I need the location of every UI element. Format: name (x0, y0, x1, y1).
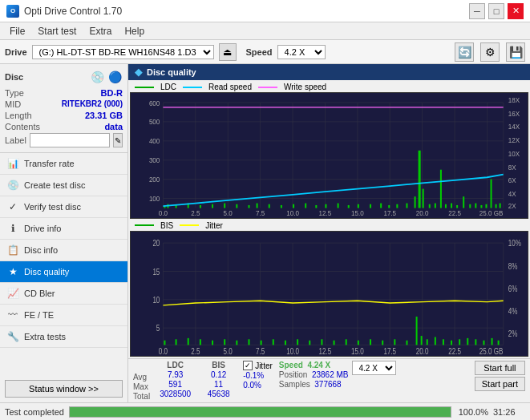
drive-select[interactable]: (G:) HL-DT-ST BD-RE WH16NS48 1.D3 (32, 45, 214, 59)
sidebar-item-drive-info[interactable]: ℹ Drive info (0, 218, 127, 240)
svg-rect-141 (370, 339, 371, 345)
transfer-rate-icon: 📊 (6, 157, 19, 170)
svg-text:6X: 6X (508, 176, 516, 185)
drive-bar: Drive (G:) HL-DT-ST BD-RE WH16NS48 1.D3 … (0, 40, 530, 64)
refresh-button[interactable]: 🔄 (455, 42, 474, 62)
stats-footer: Avg Max Total LDC 7.93 591 3028500 BIS 0… (128, 358, 530, 402)
svg-rect-132 (261, 340, 262, 345)
start-part-button[interactable]: Start part (475, 377, 525, 391)
disc-label-row: Label ✎ (5, 133, 123, 147)
svg-rect-133 (273, 339, 274, 345)
svg-text:20.0: 20.0 (416, 345, 429, 356)
svg-rect-62 (348, 205, 350, 208)
svg-text:17.5: 17.5 (383, 345, 396, 356)
svg-rect-58 (305, 204, 306, 208)
disc-icon-2: 🔵 (107, 69, 123, 85)
settings-button[interactable]: ⚙ (480, 42, 500, 62)
maximize-button[interactable]: □ (488, 3, 504, 19)
type-label: Type (5, 88, 24, 98)
svg-text:12X: 12X (508, 136, 520, 145)
svg-rect-67 (396, 204, 398, 208)
jitter-avg: -0.1% (243, 371, 273, 380)
menu-file[interactable]: File (3, 24, 31, 38)
close-button[interactable]: ✕ (508, 3, 524, 19)
drive-label: Drive (5, 47, 27, 57)
menu-bar: File Start test Extra Help (0, 22, 530, 40)
svg-rect-52 (236, 204, 237, 208)
svg-rect-145 (416, 317, 418, 345)
svg-text:500: 500 (149, 118, 160, 127)
length-value: 23.31 GB (85, 111, 123, 120)
minimize-button[interactable]: ─ (469, 3, 485, 19)
chart-header: ◆ Disc quality (128, 64, 530, 80)
app-icon: O (6, 5, 19, 18)
write-legend-color (258, 87, 277, 88)
extra-tests-icon: 🔧 (6, 330, 19, 343)
sidebar-item-create-test-disc[interactable]: 💿 Create test disc (0, 175, 127, 196)
label-input[interactable] (30, 133, 110, 147)
drive-info-icon: ℹ (6, 222, 19, 235)
sidebar-item-disc-info[interactable]: 📋 Disc info (0, 240, 127, 261)
menu-help[interactable]: Help (118, 24, 151, 38)
sidebar-item-extra-tests[interactable]: 🔧 Extra tests (0, 326, 127, 348)
status-window-button[interactable]: Status window >> (5, 380, 123, 398)
write-legend-label: Write speed (284, 83, 326, 91)
svg-rect-76 (451, 204, 452, 208)
disc-info-panel: Disc 💿 🔵 Type BD-R MID RITEKBR2 (000) Le… (0, 64, 127, 153)
label-edit-button[interactable]: ✎ (113, 133, 123, 147)
svg-rect-142 (382, 340, 383, 345)
svg-text:25.0 GB: 25.0 GB (479, 345, 504, 356)
disc-quality-label: Disc quality (24, 267, 69, 277)
svg-text:20: 20 (152, 238, 160, 248)
svg-rect-86 (131, 232, 528, 357)
speed-select[interactable]: 4.2 X (277, 45, 326, 59)
svg-rect-49 (200, 205, 201, 208)
svg-rect-66 (388, 205, 390, 208)
svg-text:20.0: 20.0 (416, 208, 429, 217)
disc-section-title: Disc (5, 72, 23, 82)
eject-button[interactable]: ⏏ (219, 43, 237, 61)
sidebar-item-transfer-rate[interactable]: 📊 Transfer rate (0, 153, 127, 175)
svg-rect-56 (281, 205, 282, 208)
sidebar-item-disc-quality[interactable]: ★ Disc quality (0, 261, 127, 283)
menu-extra[interactable]: Extra (83, 24, 118, 38)
svg-rect-51 (224, 204, 225, 208)
jitter-legend-color (180, 224, 199, 226)
svg-text:300: 300 (149, 156, 160, 165)
svg-text:10X: 10X (508, 149, 520, 158)
menu-start-test[interactable]: Start test (31, 24, 83, 38)
svg-rect-137 (321, 339, 322, 345)
read-legend-color (183, 87, 202, 88)
speed-value: 4.24 X (307, 361, 330, 370)
status-bar: Test completed 100.0% 31:26 (0, 402, 530, 420)
svg-rect-70 (419, 151, 421, 208)
position-label: Position 23862 MB (279, 370, 349, 379)
speed-dropdown[interactable]: 4.2 X (352, 361, 396, 375)
svg-text:12.5: 12.5 (319, 208, 332, 217)
svg-rect-54 (257, 204, 258, 208)
start-full-button[interactable]: Start full (475, 361, 525, 375)
sidebar-item-cd-bler[interactable]: 📈 CD Bler (0, 283, 127, 305)
svg-text:2.5: 2.5 (191, 345, 200, 356)
sidebar-item-verify-test-disc[interactable]: ✓ Verify test disc (0, 196, 127, 218)
svg-rect-80 (475, 204, 476, 208)
disc-mid-row: MID RITEKBR2 (000) (5, 99, 123, 109)
svg-text:100: 100 (149, 195, 160, 204)
save-button[interactable]: 💾 (506, 42, 525, 62)
svg-rect-156 (498, 340, 500, 345)
svg-text:7.5: 7.5 (256, 208, 265, 217)
jitter-checkbox[interactable]: ✓ (243, 361, 253, 370)
svg-rect-84 (496, 204, 497, 208)
svg-rect-0 (131, 93, 528, 218)
svg-rect-55 (269, 204, 270, 208)
svg-rect-148 (435, 337, 436, 345)
svg-text:16X: 16X (508, 109, 520, 118)
bis-col-header: BIS (200, 361, 237, 370)
svg-text:2.5: 2.5 (191, 208, 200, 217)
svg-text:0.0: 0.0 (159, 345, 168, 356)
sidebar-item-fe-te[interactable]: 〰 FE / TE (0, 305, 127, 326)
speed-label: Speed (246, 47, 273, 57)
svg-text:22.5: 22.5 (448, 345, 461, 356)
svg-rect-140 (358, 340, 359, 345)
svg-rect-125 (176, 339, 177, 345)
